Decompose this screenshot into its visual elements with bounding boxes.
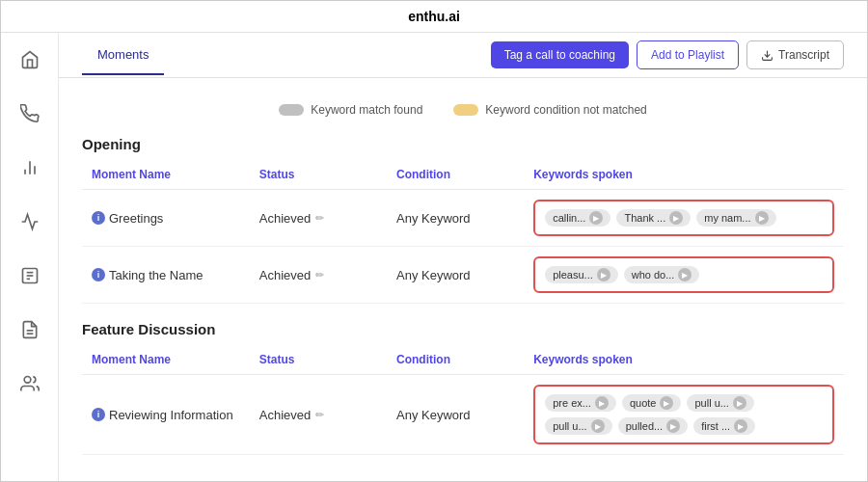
td-keywords: pre ex...▶quote▶pull u...▶pull u...▶pull… bbox=[524, 375, 844, 455]
sidebar bbox=[1, 33, 59, 481]
legend-gray-dot bbox=[279, 104, 304, 116]
td-status: Achieved✏ bbox=[250, 247, 387, 304]
keyword-chip[interactable]: pulled...▶ bbox=[618, 417, 689, 435]
legend-keyword-match-label: Keyword match found bbox=[311, 103, 422, 117]
download-icon bbox=[761, 49, 773, 62]
legend-keyword-condition: Keyword condition not matched bbox=[453, 103, 646, 117]
td-status: Achieved✏ bbox=[250, 190, 387, 247]
section-opening-title: Opening bbox=[82, 136, 844, 152]
keywords-row: callin...▶Thank ...▶my nam...▶ bbox=[545, 209, 823, 227]
status-cell: Achieved✏ bbox=[259, 268, 377, 282]
sidebar-item-documents[interactable] bbox=[13, 258, 47, 293]
legend: Keyword match found Keyword condition no… bbox=[82, 94, 844, 122]
th-moment-name-opening: Moment Name bbox=[82, 160, 250, 190]
status-cell: Achieved✏ bbox=[259, 211, 377, 226]
chip-play-icon[interactable]: ▶ bbox=[734, 419, 747, 433]
th-moment-name-feature: Moment Name bbox=[82, 345, 250, 375]
chip-play-icon[interactable]: ▶ bbox=[755, 211, 769, 225]
keywords-box: pleasu...▶who do...▶ bbox=[533, 256, 834, 293]
chip-play-icon[interactable]: ▶ bbox=[589, 211, 603, 225]
keywords-box: pre ex...▶quote▶pull u...▶pull u...▶pull… bbox=[533, 385, 834, 444]
section-feature-title: Feature Discussion bbox=[82, 321, 844, 337]
info-icon: i bbox=[92, 268, 105, 281]
sidebar-item-phone[interactable] bbox=[13, 96, 47, 131]
moment-name-cell: iGreetings bbox=[92, 211, 240, 226]
status-cell: Achieved✏ bbox=[259, 408, 377, 422]
tag-coaching-button[interactable]: Tag a call to coaching bbox=[491, 41, 629, 68]
keyword-chip[interactable]: Thank ...▶ bbox=[616, 209, 691, 227]
table-row: iReviewing InformationAchieved✏Any Keywo… bbox=[82, 375, 844, 455]
sidebar-item-analytics[interactable] bbox=[13, 150, 47, 185]
edit-icon[interactable]: ✏ bbox=[315, 409, 324, 421]
chip-play-icon[interactable]: ▶ bbox=[595, 396, 609, 410]
keyword-chip[interactable]: my nam...▶ bbox=[696, 209, 775, 227]
add-playlist-button[interactable]: Add to Playlist bbox=[637, 40, 739, 69]
th-status-feature: Status bbox=[250, 345, 387, 375]
td-moment-name: iGreetings bbox=[82, 190, 250, 247]
app-title: enthu.ai bbox=[1, 1, 867, 33]
transcript-label: Transcript bbox=[778, 48, 829, 62]
chip-play-icon[interactable]: ▶ bbox=[733, 396, 746, 410]
keywords-row: pleasu...▶who do...▶ bbox=[545, 266, 823, 283]
chip-play-icon[interactable]: ▶ bbox=[678, 268, 692, 281]
keyword-chip[interactable]: quote▶ bbox=[622, 394, 682, 412]
th-status-opening: Status bbox=[250, 160, 387, 190]
td-condition: Any Keyword bbox=[387, 190, 524, 247]
sidebar-item-activity[interactable] bbox=[13, 204, 47, 239]
info-icon: i bbox=[92, 211, 105, 225]
chip-play-icon[interactable]: ▶ bbox=[666, 419, 680, 433]
status-label: Achieved bbox=[259, 268, 311, 282]
opening-table: Moment Name Status Condition Keywords sp… bbox=[82, 160, 844, 304]
td-condition: Any Keyword bbox=[387, 375, 524, 455]
sidebar-item-users[interactable] bbox=[13, 366, 47, 401]
keyword-chip[interactable]: first ...▶ bbox=[693, 417, 755, 435]
svg-point-9 bbox=[24, 377, 31, 384]
legend-keyword-match: Keyword match found bbox=[279, 103, 422, 117]
keyword-chip[interactable]: pre ex...▶ bbox=[545, 394, 616, 412]
chip-play-icon[interactable]: ▶ bbox=[597, 268, 610, 281]
info-icon: i bbox=[92, 408, 105, 421]
td-keywords: callin...▶Thank ...▶my nam...▶ bbox=[524, 190, 844, 247]
section-opening: Opening Moment Name Status Condition Key… bbox=[82, 136, 844, 304]
th-keywords-feature: Keywords spoken bbox=[524, 345, 844, 375]
chip-play-icon[interactable]: ▶ bbox=[591, 419, 605, 433]
tabs-bar: Moments Tag a call to coaching Add to Pl… bbox=[59, 33, 867, 78]
moment-name-label: Greetings bbox=[109, 211, 163, 226]
keywords-row: pre ex...▶quote▶pull u...▶pull u...▶pull… bbox=[545, 394, 823, 435]
table-row: iTaking the NameAchieved✏Any Keywordplea… bbox=[82, 247, 844, 304]
moment-name-label: Reviewing Information bbox=[109, 408, 233, 422]
th-condition-opening: Condition bbox=[387, 160, 524, 190]
legend-keyword-condition-label: Keyword condition not matched bbox=[485, 103, 646, 117]
chip-play-icon[interactable]: ▶ bbox=[660, 396, 673, 410]
legend-yellow-dot bbox=[453, 104, 478, 116]
sidebar-item-reports[interactable] bbox=[13, 312, 47, 347]
main-content: Moments Tag a call to coaching Add to Pl… bbox=[59, 33, 867, 481]
status-label: Achieved bbox=[259, 408, 311, 422]
td-keywords: pleasu...▶who do...▶ bbox=[524, 247, 844, 304]
moment-name-cell: iReviewing Information bbox=[92, 408, 240, 422]
edit-icon[interactable]: ✏ bbox=[315, 212, 324, 225]
moment-name-label: Taking the Name bbox=[109, 268, 203, 282]
transcript-button[interactable]: Transcript bbox=[746, 40, 844, 69]
td-moment-name: iTaking the Name bbox=[82, 247, 250, 304]
feature-table: Moment Name Status Condition Keywords sp… bbox=[82, 345, 844, 455]
keyword-chip[interactable]: callin...▶ bbox=[545, 209, 610, 227]
td-condition: Any Keyword bbox=[387, 247, 524, 304]
keyword-chip[interactable]: pull u...▶ bbox=[687, 394, 753, 412]
edit-icon[interactable]: ✏ bbox=[315, 269, 324, 281]
td-status: Achieved✏ bbox=[250, 375, 387, 455]
tabs-actions: Tag a call to coaching Add to Playlist T… bbox=[491, 33, 844, 77]
keyword-chip[interactable]: pull u...▶ bbox=[545, 417, 611, 435]
th-condition-feature: Condition bbox=[387, 345, 524, 375]
keyword-chip[interactable]: pleasu...▶ bbox=[545, 266, 618, 283]
status-label: Achieved bbox=[259, 211, 311, 226]
sidebar-item-home[interactable] bbox=[13, 42, 47, 77]
content-inner: Keyword match found Keyword condition no… bbox=[59, 78, 867, 470]
table-row: iGreetingsAchieved✏Any Keywordcallin...▶… bbox=[82, 190, 844, 247]
th-keywords-opening: Keywords spoken bbox=[524, 160, 844, 190]
td-moment-name: iReviewing Information bbox=[82, 375, 250, 455]
tab-moments[interactable]: Moments bbox=[82, 36, 164, 75]
chip-play-icon[interactable]: ▶ bbox=[669, 211, 683, 225]
moment-name-cell: iTaking the Name bbox=[92, 268, 240, 282]
keyword-chip[interactable]: who do...▶ bbox=[624, 266, 700, 283]
